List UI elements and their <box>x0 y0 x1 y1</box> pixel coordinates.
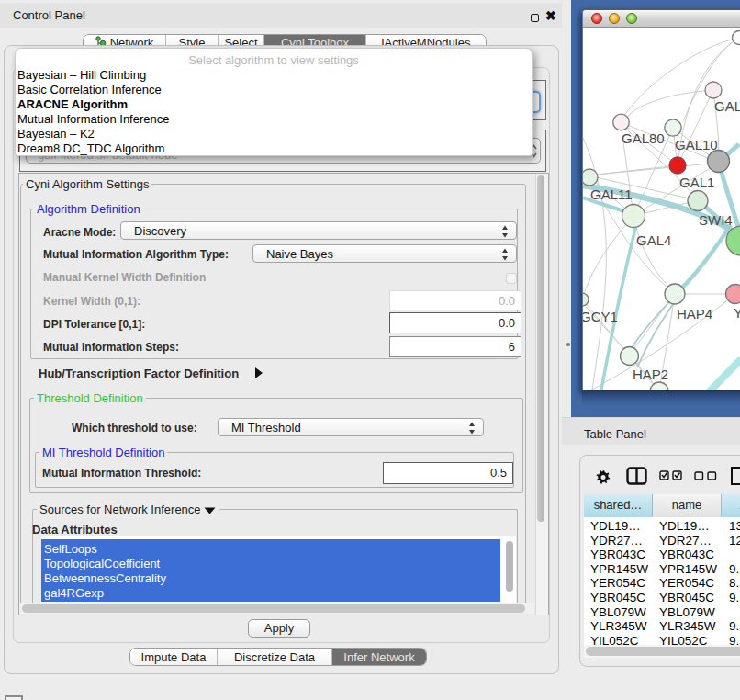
svg-text:HAP4: HAP4 <box>677 306 712 322</box>
svg-text:Y: Y <box>734 305 740 321</box>
svg-text:HAP2: HAP2 <box>633 367 668 382</box>
svg-text:GAL2: GAL2 <box>714 98 740 114</box>
svg-text:SWI4: SWI4 <box>699 212 733 228</box>
svg-text:GCY1: GCY1 <box>583 309 618 324</box>
svg-text:GAL4: GAL4 <box>636 232 671 248</box>
svg-text:GAL10: GAL10 <box>675 137 718 152</box>
svg-text:GAL1: GAL1 <box>679 175 714 190</box>
svg-text:GAL11: GAL11 <box>590 186 633 202</box>
svg-text:GAL80: GAL80 <box>622 130 665 146</box>
